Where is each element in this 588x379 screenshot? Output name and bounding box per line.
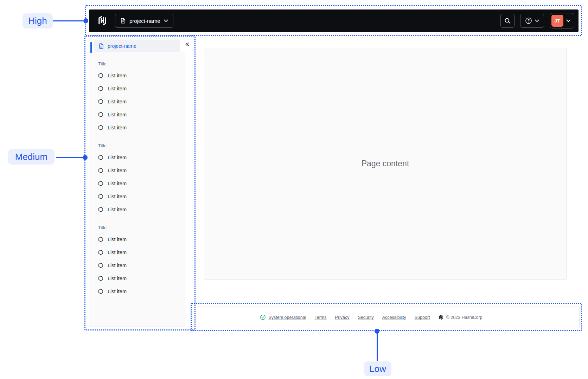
footer-link[interactable]: Security (358, 315, 374, 320)
sidebar-item-label: List item (108, 250, 127, 255)
annotation-line-medium (56, 157, 83, 158)
sidebar-list-item[interactable]: List item (89, 177, 185, 190)
sidebar-section-list: List item List item List item (89, 69, 185, 134)
sidebar-list-item[interactable]: List item (89, 108, 185, 121)
sidebar-list-item[interactable]: List item (89, 190, 185, 203)
search-icon (504, 18, 511, 24)
footer-link[interactable]: Support (415, 315, 430, 320)
footer: System operational Terms Privacy Securit… (197, 307, 580, 328)
sidebar-active-item[interactable]: project-name (94, 40, 180, 52)
hexagon-icon (98, 86, 103, 91)
sidebar-list-item[interactable]: List item (89, 233, 185, 246)
sidebar-item-label: List item (108, 207, 127, 212)
annotation-dot-low (375, 329, 379, 334)
top-navbar: project-name (89, 9, 579, 32)
search-button[interactable] (500, 14, 514, 28)
hexagon-icon (98, 263, 103, 268)
screenshot-stage: project-name (0, 0, 588, 379)
hexagon-icon (98, 155, 103, 160)
avatar-initials: JT (555, 18, 561, 24)
annotation-line-high (53, 20, 83, 21)
side-nav: project-name Title List item (89, 38, 185, 327)
annotation-label-high: High (28, 15, 47, 26)
main-content-panel: Page content (204, 48, 567, 280)
hexagon-icon (98, 112, 103, 117)
footer-link[interactable]: Privacy (335, 315, 350, 320)
footer-links: Terms Privacy Security Accessibility Sup… (314, 315, 430, 320)
collapse-sidebar-button[interactable] (180, 38, 194, 51)
sidebar-section-list: List item List item List item (89, 151, 185, 216)
help-circle-icon (525, 17, 532, 24)
sidebar-list-item[interactable]: List item (89, 121, 185, 134)
hashicorp-logo[interactable] (97, 15, 108, 26)
sidebar-item-label: List item (108, 73, 127, 78)
help-menu-button[interactable] (520, 14, 544, 28)
footer-link[interactable]: Accessibility (382, 315, 406, 320)
sidebar-list-item[interactable]: List item (89, 272, 185, 285)
sidebar-list-item[interactable]: List item (89, 164, 185, 177)
sidebar-list-item[interactable]: List item (89, 246, 185, 259)
sidebar-item-label: List item (108, 86, 127, 91)
sidebar-item-label: List item (108, 99, 127, 104)
sidebar-section: Title List item List item (89, 60, 185, 134)
hexagon-icon (98, 237, 103, 242)
file-text-icon (120, 18, 126, 24)
sidebar-list-item[interactable]: List item (89, 69, 185, 82)
sidebar-list-item[interactable]: List item (89, 82, 185, 95)
annotation-pill-medium: Medium (8, 149, 55, 165)
sidebar-item-label: List item (108, 112, 127, 117)
chevron-down-icon (164, 19, 168, 22)
check-circle-icon (260, 315, 266, 320)
sidebar-section-title: Title (89, 224, 185, 233)
footer-link[interactable]: Terms (314, 315, 326, 320)
sidebar-list-item[interactable]: List item (89, 95, 185, 108)
system-status-link[interactable]: System operational (260, 315, 306, 320)
sidebar-section-list: List item List item List item (89, 233, 185, 298)
hexagon-icon (98, 207, 103, 212)
sidebar-active-item-label: project-name (108, 43, 136, 49)
sidebar-section: Title List item List item (89, 142, 185, 216)
hexagon-icon (98, 250, 103, 255)
sidebar-list-item[interactable]: List item (89, 151, 185, 164)
sidebar-item-label: List item (108, 237, 127, 242)
sidebar-item-label: List item (108, 276, 127, 281)
sidebar-item-label: List item (108, 155, 127, 160)
hexagon-icon (98, 181, 103, 186)
sidebar-item-label: List item (108, 263, 127, 268)
annotation-label-low: Low (369, 364, 386, 374)
sidebar-list-item[interactable]: List item (89, 203, 185, 216)
hexagon-icon (98, 99, 103, 104)
project-switcher-button[interactable]: project-name (115, 14, 173, 28)
file-text-icon (98, 43, 104, 49)
sidebar-list-item[interactable]: List item (89, 259, 185, 272)
annotation-label-medium: Medium (15, 152, 47, 162)
page-content-placeholder: Page content (362, 159, 409, 168)
sidebar-item-label: List item (108, 194, 127, 199)
hashicorp-logo-small (439, 315, 444, 320)
chevron-down-icon (535, 19, 539, 22)
sidebar-section-title: Title (89, 142, 185, 151)
chevron-down-icon (566, 19, 570, 22)
hexagon-icon (98, 289, 103, 294)
sidebar-list-item[interactable]: List item (89, 285, 185, 298)
annotation-dot-high (83, 18, 88, 23)
system-status-label: System operational (268, 315, 306, 320)
hexagon-icon (98, 276, 103, 281)
sidebar-item-label: List item (108, 289, 127, 294)
user-menu-button[interactable]: JT (550, 13, 574, 28)
active-item-indicator (90, 42, 92, 53)
chevrons-left-icon (184, 42, 190, 47)
annotation-pill-high: High (23, 13, 53, 28)
sidebar-section: Title List item List item (89, 224, 185, 298)
annotation-line-low (377, 332, 378, 361)
hexagon-icon (98, 194, 103, 199)
avatar: JT (551, 15, 563, 27)
sidebar-section-title: Title (89, 60, 185, 69)
footer-copyright: © 2023 HashiCorp (439, 315, 482, 320)
sidebar-item-label: List item (108, 181, 127, 186)
hexagon-icon (98, 73, 103, 78)
hexagon-icon (98, 168, 103, 173)
copyright-text: © 2023 HashiCorp (446, 315, 482, 320)
sidebar-item-label: List item (108, 125, 127, 130)
hexagon-icon (98, 125, 103, 130)
